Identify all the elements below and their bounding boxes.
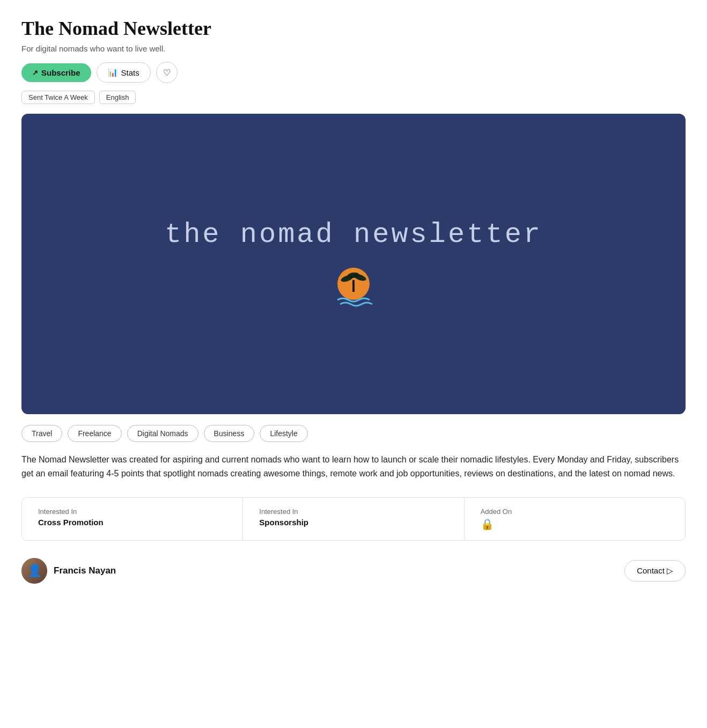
category-freelance[interactable]: Freelance xyxy=(68,425,121,442)
added-on-cell: Added On 🔒 xyxy=(465,498,685,540)
favorite-button[interactable]: ♡ xyxy=(156,62,178,83)
info-table: Interested In Cross Promotion Interested… xyxy=(21,497,686,541)
tags-row: Sent Twice A Week English xyxy=(21,91,686,104)
author-row: 👤 Francis Nayan Contact ▷ xyxy=(21,556,686,586)
heart-icon: ♡ xyxy=(163,68,171,78)
page-title: The Nomad Newsletter xyxy=(21,17,686,40)
hero-logo xyxy=(329,261,378,310)
category-travel[interactable]: Travel xyxy=(21,425,62,442)
tag-frequency: Sent Twice A Week xyxy=(21,91,95,104)
contact-button[interactable]: Contact ▷ xyxy=(624,560,686,582)
bar-chart-icon: 📊 xyxy=(108,68,118,77)
category-lifestyle[interactable]: Lifestyle xyxy=(260,425,307,442)
sponsorship-value: Sponsorship xyxy=(259,518,451,527)
stats-label: Stats xyxy=(121,68,139,77)
subscribe-button[interactable]: ↗ Subscribe xyxy=(21,63,91,82)
svg-rect-5 xyxy=(352,280,355,292)
category-digital-nomads[interactable]: Digital Nomads xyxy=(127,425,198,442)
categories-row: Travel Freelance Digital Nomads Business… xyxy=(21,425,686,442)
newsletter-description: The Nomad Newsletter was created for asp… xyxy=(21,453,686,481)
author-info: 👤 Francis Nayan xyxy=(21,558,116,584)
sponsorship-label: Interested In xyxy=(259,508,451,516)
action-row: ↗ Subscribe 📊 Stats ♡ xyxy=(21,62,686,83)
avatar-image: 👤 xyxy=(21,558,47,584)
external-link-icon: ↗ xyxy=(32,69,38,77)
added-on-label: Added On xyxy=(481,508,672,516)
sponsorship-cell: Interested In Sponsorship xyxy=(243,498,464,540)
added-on-value: 🔒 xyxy=(481,518,672,531)
cross-promotion-cell: Interested In Cross Promotion xyxy=(22,498,243,540)
subscribe-label: Subscribe xyxy=(41,68,80,77)
category-business[interactable]: Business xyxy=(204,425,255,442)
author-name: Francis Nayan xyxy=(54,565,116,576)
hero-title: the Nomad Newsletter xyxy=(165,219,542,251)
avatar-face: 👤 xyxy=(21,558,47,584)
hero-banner: the Nomad Newsletter xyxy=(21,114,686,414)
cross-promotion-value: Cross Promotion xyxy=(38,518,230,527)
cross-promotion-label: Interested In xyxy=(38,508,230,516)
subtitle: For digital nomads who want to live well… xyxy=(21,44,686,53)
logo-svg xyxy=(329,261,378,310)
avatar: 👤 xyxy=(21,558,47,584)
tag-language: English xyxy=(99,91,136,104)
stats-button[interactable]: 📊 Stats xyxy=(97,62,151,83)
